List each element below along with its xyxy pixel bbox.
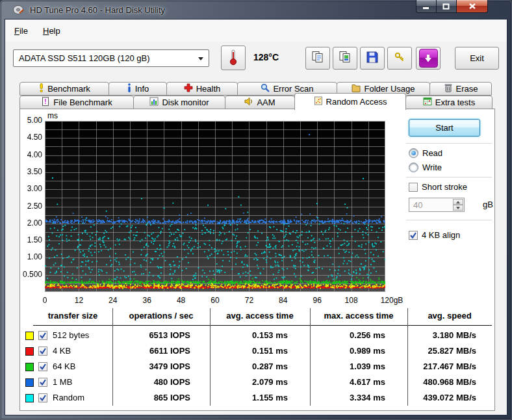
max-access-value: 1.039 ms [310, 361, 385, 371]
short-stroke-checkbox[interactable] [409, 183, 418, 192]
y-tick: 0.500 [20, 270, 42, 279]
y-tick: 2.50 [20, 202, 42, 211]
tab-aam[interactable]: AAM [225, 96, 295, 109]
start-button[interactable]: Start [409, 119, 480, 137]
ops-value: 6611 IOPS [112, 346, 190, 356]
window-title: HD Tune Pro 4.60 - Hard Disk Utility [30, 5, 165, 15]
tab-label: Health [196, 84, 221, 94]
align-row[interactable]: 4 KB align [409, 230, 460, 240]
tab-label: Extra tests [435, 98, 475, 107]
maximize-button[interactable] [437, 0, 457, 13]
ops-value: 865 IOPS [112, 393, 190, 402]
chevron-down-icon [198, 57, 203, 60]
table-row-random: Random 865 IOPS 1.155 ms 3.334 ms 439.07… [20, 390, 494, 406]
tab-label: Random Access [326, 97, 387, 107]
align-checkbox[interactable] [409, 231, 418, 240]
drive-select[interactable]: ADATA SSD S511 120GB (120 gB) [13, 49, 209, 67]
col-transfer-size: transfer size [33, 311, 112, 321]
tab-benchmark[interactable]: Benchmark [19, 82, 109, 96]
tab-label: Erase [456, 84, 478, 94]
series-label: 512 bytes [53, 330, 89, 340]
tab-extra-tests[interactable]: Extra tests [405, 96, 493, 109]
stepper-down-button[interactable] [453, 205, 463, 211]
tab-disk-monitor[interactable]: Disk monitor [133, 96, 225, 109]
series-checkbox[interactable] [38, 393, 47, 402]
avg-speed-value: 25.827 MB/s [407, 346, 476, 356]
avg-speed-value: 439.072 MB/s [407, 393, 476, 402]
avg-access-value: 0.153 ms [210, 330, 288, 340]
drive-select-value: ADATA SSD S511 120GB (120 gB) [19, 53, 150, 63]
stepper-up-button[interactable] [453, 199, 463, 205]
series-checkbox[interactable] [38, 362, 47, 371]
ops-value: 3479 IOPS [112, 361, 190, 371]
copy-image-icon [339, 51, 352, 66]
update-button[interactable] [416, 47, 441, 70]
series-checkbox[interactable] [38, 347, 47, 356]
app-window: HD Tune Pro 4.60 - Hard Disk Utility Fil… [0, 0, 512, 420]
x-tick: 12 [63, 296, 94, 305]
read-radio[interactable] [409, 148, 418, 158]
minimize-button[interactable] [416, 0, 437, 13]
speaker-icon [244, 97, 253, 108]
health-cross-icon [184, 83, 193, 94]
y-tick: 1.50 [20, 235, 42, 244]
read-radio-row[interactable]: Read [409, 148, 442, 158]
avg-access-value: 0.287 ms [210, 361, 288, 371]
separator [406, 220, 492, 220]
x-tick: 24 [97, 296, 129, 305]
series-color-swatch [25, 332, 34, 340]
copy-text-button[interactable] [305, 47, 330, 70]
max-access-value: 0.989 ms [310, 346, 385, 356]
series-checkbox[interactable] [38, 331, 47, 340]
capacity-unit: gB [483, 200, 493, 209]
short-stroke-row[interactable]: Short stroke [409, 182, 467, 192]
header-underline [33, 325, 492, 326]
capacity-value: 40 [413, 200, 422, 210]
trash-icon [444, 83, 453, 94]
avg-access-value: 2.079 ms [210, 377, 288, 387]
info-icon [127, 83, 132, 94]
series-color-swatch [25, 394, 34, 402]
tab-row-1: Benchmark Info Health Error Scan Folder … [19, 82, 492, 96]
max-access-value: 4.617 ms [310, 377, 385, 387]
avg-speed-value: 3.180 MB/s [407, 330, 476, 340]
table-row-1mb: 1 MB 480 IOPS 2.079 ms 4.617 ms 480.968 … [20, 374, 494, 390]
tab-label: Disk monitor [162, 98, 209, 107]
max-access-value: 3.334 ms [310, 393, 385, 402]
tab-label: Info [135, 84, 149, 94]
y-tick: 4.00 [20, 150, 42, 159]
write-radio-row[interactable]: Write [409, 163, 442, 172]
x-tick: 96 [301, 296, 333, 305]
tab-file-benchmark[interactable]: ! File Benchmark [19, 96, 134, 109]
magnifier-icon [261, 83, 270, 94]
series-checkbox[interactable] [38, 378, 47, 387]
short-stroke-label: Short stroke [422, 182, 467, 192]
col-avg-speed: avg. speed [407, 311, 492, 321]
copy-image-button[interactable] [333, 47, 357, 70]
write-radio[interactable] [409, 163, 418, 172]
menu-help[interactable]: Help [39, 25, 64, 37]
col-operations: operations / sec [112, 311, 210, 321]
exit-button[interactable]: Exit [455, 47, 499, 70]
menu-file[interactable]: File [10, 25, 32, 37]
tab-label: Folder Usage [364, 84, 415, 94]
y-tick: 2.00 [20, 218, 42, 228]
x-tick: 84 [268, 296, 299, 305]
options-button[interactable] [387, 47, 412, 70]
avg-speed-value: 217.467 MB/s [407, 361, 476, 371]
scatter-page-icon [314, 96, 323, 107]
save-button[interactable] [360, 47, 385, 70]
tab-random-access[interactable]: Random Access [294, 93, 406, 110]
grid-test-icon [423, 97, 432, 108]
avg-access-value: 0.151 ms [210, 346, 288, 356]
capacity-stepper[interactable]: 40 [409, 198, 465, 212]
temperature-button[interactable] [221, 46, 246, 70]
close-button[interactable] [457, 0, 488, 13]
window-controls [416, 0, 488, 13]
tab-info[interactable]: Info [109, 82, 167, 96]
tab-health[interactable]: Health [166, 82, 238, 96]
tab-erase[interactable]: Erase [429, 82, 492, 96]
x-tick: 120gB [376, 296, 407, 305]
client-area: File Help ADATA SSD S511 120GB (120 gB) … [5, 20, 507, 415]
x-tick: 48 [166, 296, 197, 305]
